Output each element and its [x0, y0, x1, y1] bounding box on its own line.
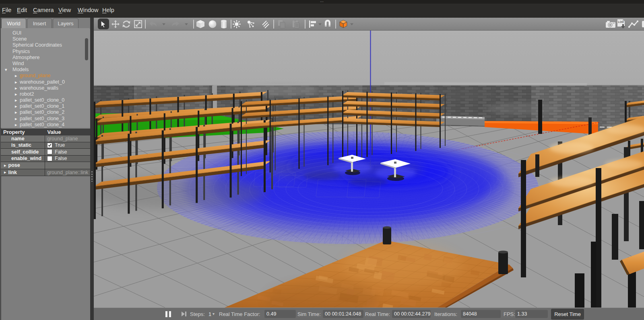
svg-text:LOG: LOG: [618, 21, 624, 23]
